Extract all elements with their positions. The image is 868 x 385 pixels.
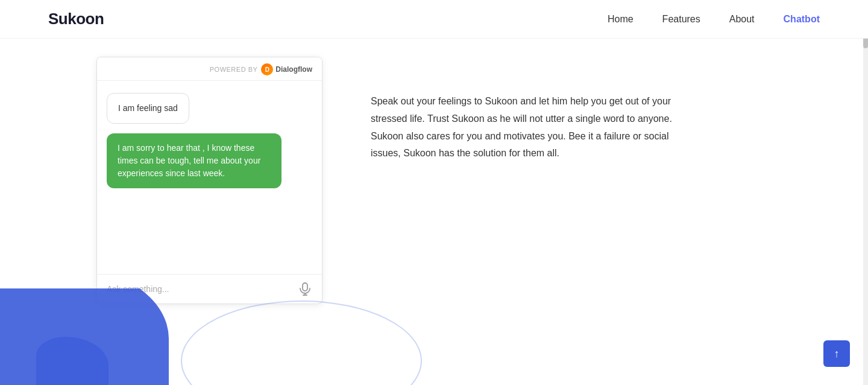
nav-item-chatbot[interactable]: Chatbot <box>784 14 820 25</box>
navbar: Sukoon Home Features About Chatbot <box>0 0 868 39</box>
chatbot-input-bar[interactable]: Ask something... <box>97 274 322 304</box>
svg-rect-0 <box>303 283 307 291</box>
nav-link-features[interactable]: Features <box>662 14 700 24</box>
chatbot-input-placeholder: Ask something... <box>107 284 169 294</box>
back-to-top-button[interactable]: ↑ <box>823 340 850 367</box>
nav-links: Home Features About Chatbot <box>608 14 820 25</box>
scroll-indicator[interactable] <box>863 0 868 385</box>
nav-link-home[interactable]: Home <box>608 14 634 24</box>
dialogflow-label: Dialogflow <box>275 65 312 74</box>
nav-link-about[interactable]: About <box>729 14 755 24</box>
message-bot-1: I am sorry to hear that , I know these t… <box>107 133 281 188</box>
nav-item-home[interactable]: Home <box>608 14 634 25</box>
main-section: POWERED BY D Dialogflow I am feeling sad… <box>0 39 868 352</box>
dialogflow-icon: D <box>261 63 273 75</box>
description-text: Speak out your feelings to Sukoon and le… <box>371 93 672 162</box>
nav-link-chatbot[interactable]: Chatbot <box>784 14 820 24</box>
nav-item-features[interactable]: Features <box>662 14 700 25</box>
chatbot-messages: I am feeling sad I am sorry to hear that… <box>97 81 322 274</box>
nav-item-about[interactable]: About <box>729 14 755 25</box>
powered-by-label: POWERED BY <box>210 66 258 73</box>
mic-icon[interactable] <box>298 282 312 296</box>
right-content: Speak out your feelings to Sukoon and le… <box>371 57 772 162</box>
dialogflow-branding: D Dialogflow <box>261 63 312 75</box>
chatbot-header: POWERED BY D Dialogflow <box>97 57 322 81</box>
chatbot-widget: POWERED BY D Dialogflow I am feeling sad… <box>96 57 322 304</box>
message-user-1: I am feeling sad <box>107 93 189 124</box>
logo: Sukoon <box>48 10 104 28</box>
